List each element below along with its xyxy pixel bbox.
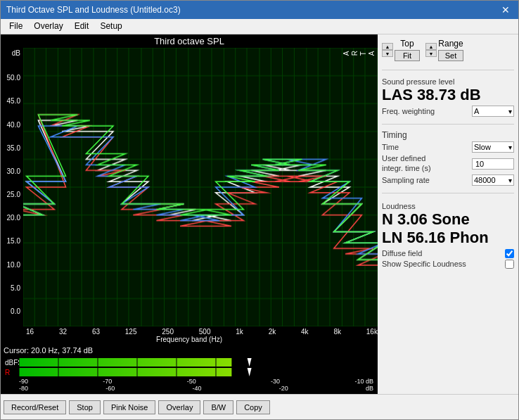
tick--10: -10 dB bbox=[354, 378, 373, 385]
top-range-controls: ▲ ▼ Top Fit ▲ ▼ Range S bbox=[382, 39, 514, 61]
x-16k: 16k bbox=[366, 328, 378, 336]
tick--40: -40 bbox=[192, 385, 201, 392]
top-spin-up[interactable]: ▲ bbox=[382, 43, 393, 50]
x-32: 32 bbox=[59, 328, 67, 336]
overlay-button[interactable]: Overlay bbox=[158, 400, 200, 414]
tick--50: -50 bbox=[187, 378, 196, 385]
tick--90: -90 bbox=[19, 378, 28, 385]
x-500: 500 bbox=[199, 328, 211, 336]
tick--20: -20 bbox=[279, 385, 288, 392]
menu-setup[interactable]: Setup bbox=[94, 20, 127, 32]
x-freq-label: Frequency band (Hz) bbox=[1, 336, 378, 345]
timing-label: Timing bbox=[382, 130, 514, 140]
divider-1 bbox=[382, 70, 514, 70]
diffuse-field-row: Diffuse field bbox=[382, 249, 514, 258]
y-tick-15: 15.0 bbox=[1, 237, 20, 245]
sampling-rate-select[interactable]: 44100 48000 96000 bbox=[472, 174, 514, 186]
tick-db: dB bbox=[366, 385, 373, 392]
divider-3 bbox=[382, 193, 514, 193]
fit-button[interactable]: Fit bbox=[395, 50, 420, 61]
x-63: 63 bbox=[92, 328, 100, 336]
main-content: Third octave SPL dB 50.0 45.0 40.0 35.0 … bbox=[1, 34, 518, 394]
chart-canvas-area: ARTA bbox=[23, 48, 378, 326]
bottom-bar: Record/Reset Stop Pink Noise Overlay B/W… bbox=[1, 394, 518, 419]
menu-edit[interactable]: Edit bbox=[69, 20, 95, 32]
show-specific-row: Show Specific Loudness bbox=[382, 260, 514, 269]
spl-label: Sound pressure level bbox=[382, 77, 514, 86]
y-tick-40: 40.0 bbox=[1, 121, 20, 129]
y-axis: dB 50.0 45.0 40.0 35.0 30.0 25.0 20.0 15… bbox=[1, 48, 23, 326]
x-125: 125 bbox=[125, 328, 137, 336]
loudness-ln-value: LN 56.16 Phon bbox=[382, 229, 514, 247]
top-spin-down[interactable]: ▼ bbox=[382, 50, 393, 57]
range-spinner[interactable]: ▲ ▼ bbox=[425, 43, 437, 57]
x-2k: 2k bbox=[269, 328, 276, 336]
window-title: Third Octave SPL and Loudness (Untitled.… bbox=[6, 5, 181, 15]
freq-weighting-wrapper[interactable]: A C Z Lin bbox=[472, 106, 514, 117]
y-tick-30: 30.0 bbox=[1, 167, 20, 175]
show-specific-label: Show Specific Loudness bbox=[382, 260, 466, 268]
top-label-group: Top Fit bbox=[395, 39, 420, 61]
menu-overlay[interactable]: Overlay bbox=[28, 20, 68, 32]
dbfs-section: dBFS R -90 -70 -50 -30 -10 dB -80 -60 bbox=[1, 356, 378, 394]
dbfs-label: dBFS bbox=[5, 359, 19, 367]
sampling-rate-wrapper[interactable]: 44100 48000 96000 bbox=[472, 174, 514, 186]
range-spin-up[interactable]: ▲ bbox=[425, 43, 437, 50]
x-axis-labels: 16 32 63 125 250 500 1k 2k 4k 8k 16k bbox=[1, 326, 378, 336]
title-bar: Third Octave SPL and Loudness (Untitled.… bbox=[1, 1, 518, 19]
main-window: Third Octave SPL and Loudness (Untitled.… bbox=[0, 0, 519, 420]
meter-L-canvas bbox=[19, 358, 373, 367]
pink-noise-button[interactable]: Pink Noise bbox=[103, 400, 156, 414]
y-tick-5: 5.0 bbox=[1, 284, 20, 292]
tick--80: -80 bbox=[19, 385, 28, 392]
diffuse-field-checkbox[interactable] bbox=[505, 249, 514, 258]
top-spinner[interactable]: ▲ ▼ bbox=[382, 43, 393, 57]
range-spin-down[interactable]: ▼ bbox=[425, 50, 437, 57]
chart-canvas[interactable] bbox=[23, 48, 378, 326]
divider-2 bbox=[382, 124, 514, 125]
diffuse-field-label: Diffuse field bbox=[382, 249, 422, 257]
tick--70: -70 bbox=[103, 378, 112, 385]
right-panel: ▲ ▼ Top Fit ▲ ▼ Range S bbox=[378, 34, 518, 394]
freq-weighting-row: Freq. weighting A C Z Lin bbox=[382, 106, 514, 117]
stop-button[interactable]: Stop bbox=[69, 400, 101, 414]
meter-tick-labels-top: -90 -70 -50 -30 -10 dB bbox=[19, 378, 373, 385]
timing-section: Timing Time Slow Fast Impulse User defin… bbox=[382, 130, 514, 186]
x-8k: 8k bbox=[333, 328, 341, 336]
user-defined-input[interactable] bbox=[472, 158, 514, 170]
chart-title: Third octave SPL bbox=[1, 34, 378, 48]
loudness-n-value: N 3.06 Sone bbox=[382, 210, 514, 229]
record-reset-button[interactable]: Record/Reset bbox=[4, 400, 66, 414]
copy-button[interactable]: Copy bbox=[236, 400, 270, 414]
time-row: Time Slow Fast Impulse bbox=[382, 141, 514, 153]
menu-bar: File Overlay Edit Setup bbox=[1, 19, 518, 34]
time-select[interactable]: Slow Fast Impulse bbox=[472, 141, 514, 153]
tick--60: -60 bbox=[105, 385, 115, 392]
y-tick-0: 0.0 bbox=[1, 307, 20, 315]
y-tick-35: 35.0 bbox=[1, 144, 20, 152]
close-button[interactable]: ✕ bbox=[499, 4, 513, 15]
set-button[interactable]: Set bbox=[438, 50, 463, 61]
tick--30: -30 bbox=[271, 378, 280, 385]
bw-button[interactable]: B/W bbox=[203, 400, 233, 414]
time-label: Time bbox=[382, 143, 399, 151]
y-axis-label: dB bbox=[1, 49, 20, 57]
freq-weighting-select[interactable]: A C Z Lin bbox=[472, 106, 514, 117]
freq-weighting-label: Freq. weighting bbox=[382, 107, 435, 115]
menu-file[interactable]: File bbox=[4, 20, 28, 32]
spl-section: Sound pressure level LAS 38.73 dB Freq. … bbox=[382, 77, 514, 118]
cursor-info: Cursor: 20.0 Hz, 37.74 dB bbox=[1, 345, 378, 356]
x-16: 16 bbox=[26, 328, 34, 336]
time-select-wrapper[interactable]: Slow Fast Impulse bbox=[472, 141, 514, 153]
y-tick-45: 45.0 bbox=[1, 97, 20, 105]
cursor-text: Cursor: 20.0 Hz, 37.74 dB bbox=[4, 346, 93, 355]
sampling-rate-row: Sampling rate 44100 48000 96000 bbox=[382, 174, 514, 186]
dbfs-top-row: dBFS bbox=[5, 358, 373, 367]
user-defined-row: User definedintegr. time (s) bbox=[382, 154, 514, 172]
x-4k: 4k bbox=[301, 328, 309, 336]
loudness-label: Loudness bbox=[382, 202, 514, 210]
x-250: 250 bbox=[162, 328, 174, 336]
show-specific-checkbox[interactable] bbox=[505, 260, 514, 269]
user-defined-label: User definedintegr. time (s) bbox=[382, 154, 431, 172]
chart-wrapper: dB 50.0 45.0 40.0 35.0 30.0 25.0 20.0 15… bbox=[1, 48, 378, 326]
